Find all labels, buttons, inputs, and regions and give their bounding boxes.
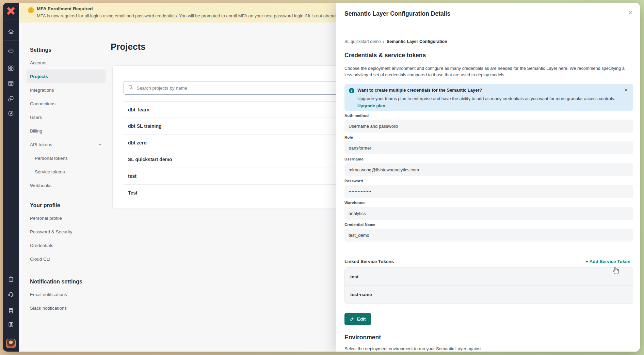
sidebar-item-personal-profile[interactable]: Personal profile — [27, 211, 106, 225]
desktop-background: ! MFA Enrollment Required MFA is now req… — [0, 0, 644, 355]
sidebar-item-account[interactable]: Account — [27, 56, 106, 70]
search-input[interactable] — [136, 86, 344, 91]
add-service-token-button[interactable]: + Add Service Token — [585, 259, 630, 264]
sidebar-item-slack-notifications[interactable]: Slack notifications — [27, 301, 106, 315]
book-icon — [7, 307, 14, 314]
sidebar-item-personal-tokens[interactable]: Personal tokens — [27, 151, 106, 165]
info-banner-title: Want to create multiple credentials for … — [357, 88, 482, 93]
field-auth-method: Auth method Username and password — [344, 113, 633, 133]
sidebar-home[interactable] — [3, 25, 19, 38]
projects-card: dbt_learn dbt SL training dbt zero SL qu… — [112, 65, 371, 209]
role-field: transformer — [344, 141, 633, 154]
search-icon — [128, 84, 133, 91]
project-row[interactable]: Test — [124, 185, 371, 201]
headset-icon — [7, 291, 14, 297]
code-window-icon — [7, 80, 14, 87]
info-icon: i — [349, 88, 354, 93]
token-row[interactable]: test-name — [345, 285, 633, 303]
close-icon[interactable]: × — [624, 87, 628, 94]
project-row[interactable]: SL quickstart demo — [124, 151, 371, 168]
sidebar-item-projects[interactable]: Projects — [27, 70, 106, 83]
chevron-down-icon — [97, 142, 102, 147]
sidebar-develop[interactable] — [3, 77, 19, 90]
edit-button-label: Edit — [357, 317, 366, 322]
username-field: mirna.wong@fishtownanalytics.com — [344, 163, 633, 176]
field-label: Username — [344, 157, 633, 163]
project-row[interactable]: dbt zero — [124, 135, 371, 151]
sidebar-item-users[interactable]: Users — [27, 110, 106, 124]
close-icon[interactable]: × — [628, 9, 632, 16]
panel-icon — [7, 321, 14, 328]
sidebar-item-credentials[interactable]: Credentials — [27, 238, 106, 252]
sidebar-item-cloud-cli[interactable]: Cloud CLI — [27, 252, 106, 266]
sidebar-orchestration[interactable] — [3, 92, 19, 106]
token-row[interactable]: test — [345, 268, 633, 285]
field-role: Role transformer — [344, 135, 633, 154]
clipboard-icon — [7, 276, 14, 283]
linked-tokens-header: Linked Service Tokens + Add Service Toke… — [344, 258, 630, 265]
password-field: ••••••••••••••• — [344, 185, 633, 198]
field-label: Credential Name — [344, 222, 633, 228]
sidebar-apps[interactable] — [3, 318, 19, 331]
warning-icon: ! — [28, 7, 34, 13]
credentials-form: Auth method Username and password Role t… — [344, 113, 633, 244]
sidebar-divider — [3, 19, 19, 19]
sidebar-divider — [3, 334, 19, 334]
breadcrumb-current: Semantic Layer Configuration — [387, 39, 447, 44]
field-label: Auth method — [344, 113, 633, 119]
your-profile-heading: Your profile — [27, 200, 106, 211]
field-warehouse: Warehouse analytics — [344, 201, 633, 220]
linked-tokens-heading: Linked Service Tokens — [344, 259, 394, 264]
notification-settings-heading: Notification settings — [27, 276, 106, 288]
sidebar-dashboard[interactable] — [3, 61, 19, 75]
user-avatar[interactable] — [6, 339, 16, 348]
sidebar-item-billing[interactable]: Billing — [27, 124, 106, 138]
breadcrumb-parent[interactable]: SL quickstart demo — [344, 39, 381, 44]
stack-icon — [7, 47, 14, 53]
home-icon — [7, 28, 14, 35]
project-list: dbt_learn dbt SL training dbt zero SL qu… — [124, 101, 371, 201]
project-row[interactable]: dbt SL training — [124, 118, 371, 135]
project-row[interactable]: test — [124, 168, 371, 185]
compass-icon — [7, 110, 14, 117]
dbt-logo-icon — [6, 6, 15, 15]
sidebar-divider — [3, 58, 19, 58]
edit-button[interactable]: Edit — [344, 313, 371, 325]
field-password: Password ••••••••••••••• — [344, 179, 633, 198]
sidebar-item-webhooks[interactable]: Webhooks — [27, 179, 106, 192]
sidebar-item-password-security[interactable]: Password & Security — [27, 225, 106, 238]
section-description: Choose the deployment environment and co… — [344, 65, 628, 78]
sidebar-support[interactable] — [3, 287, 19, 301]
sidebar-item-integrations[interactable]: Integrations — [27, 83, 106, 97]
sidebar-explore[interactable] — [3, 107, 19, 120]
mfa-banner: ! MFA Enrollment Required MFA is now req… — [19, 3, 337, 22]
app-sidebar — [3, 3, 19, 352]
sidebar-changelog[interactable] — [3, 273, 19, 286]
sidebar-item-service-tokens[interactable]: Service tokens — [27, 165, 106, 179]
project-search — [124, 81, 348, 95]
sidebar-item-connections[interactable]: Connections — [27, 97, 106, 110]
settings-nav: Settings Account Projects Integrations C… — [27, 44, 106, 315]
project-row[interactable]: dbt_learn — [124, 101, 371, 118]
panel-title: Semantic Layer Configuration Details — [344, 10, 450, 17]
breadcrumb: SL quickstart demo / Semantic Layer Conf… — [344, 39, 447, 44]
dbt-logo[interactable] — [3, 3, 19, 19]
info-banner-message: Upgrade your teams plan to enterprise an… — [357, 96, 615, 101]
field-label: Warehouse — [344, 201, 633, 206]
panel-header-divider — [336, 31, 640, 31]
overlapping-squares-icon — [7, 95, 14, 102]
auth-method-field: Username and password — [344, 120, 633, 133]
field-label: Role — [344, 135, 633, 141]
sidebar-docs[interactable] — [3, 304, 19, 318]
grid-icon — [7, 65, 14, 72]
sidebar-item-api-tokens[interactable]: API tokens — [27, 138, 106, 151]
section-heading: Credentials & service tokens — [344, 52, 426, 59]
warehouse-field: analytics — [344, 207, 633, 220]
upgrade-plan-link[interactable]: Upgrade plan. — [357, 103, 386, 108]
mfa-banner-title: MFA Enrollment Required — [37, 6, 93, 11]
linked-tokens-list: test test-name — [344, 267, 633, 304]
environment-heading: Environment — [344, 334, 381, 341]
sidebar-item-email-notifications[interactable]: Email notifications — [27, 288, 106, 301]
field-label: Password — [344, 179, 633, 184]
sidebar-deploy[interactable] — [3, 43, 19, 57]
